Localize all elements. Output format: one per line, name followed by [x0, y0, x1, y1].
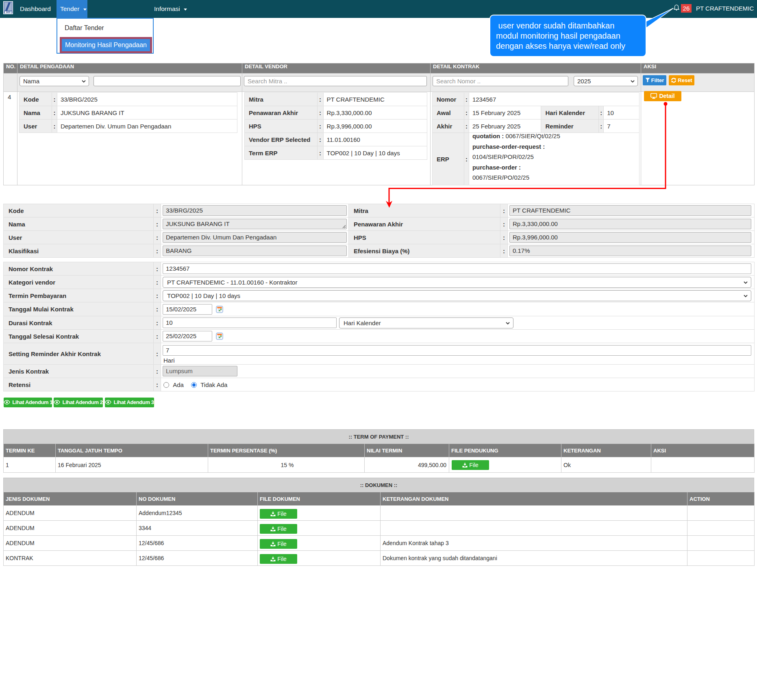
svg-text:SIER: SIER: [6, 11, 11, 13]
